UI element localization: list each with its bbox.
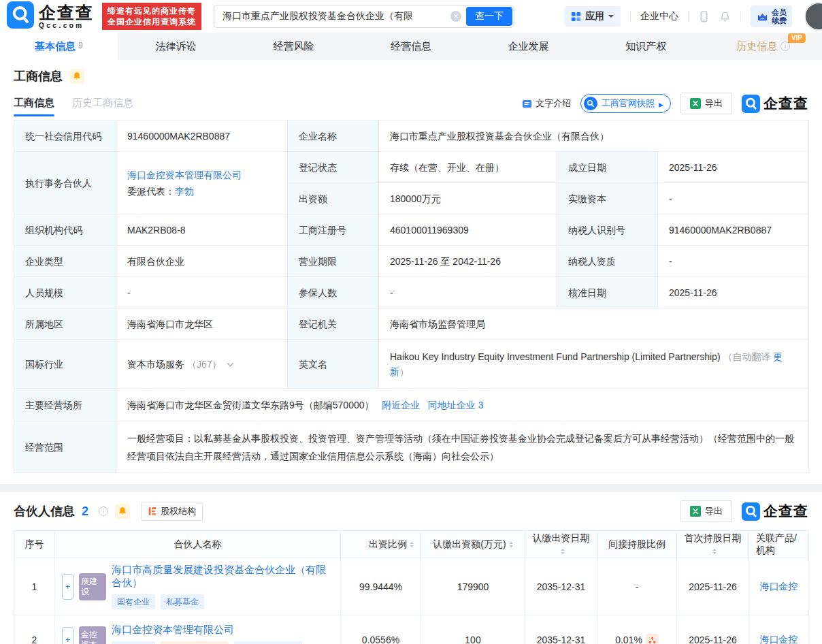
- related-product-link[interactable]: 海口金控: [760, 634, 798, 644]
- col-date-sortable[interactable]: 认缴出资日期: [525, 531, 597, 558]
- member-crown-icon: [756, 10, 769, 23]
- partners-count: 2: [82, 504, 88, 519]
- subtab-history-registration[interactable]: 历史工商信息: [72, 97, 133, 116]
- partner-ratio: 0.0556%: [341, 615, 421, 644]
- tag-state-owned: 国有企业: [112, 641, 155, 644]
- col-indirect-ratio: 间接持股比例: [597, 531, 677, 558]
- business-registration-card: 工商信息 工商信息 历史工商信息 文字介绍 工商官网快照: [0, 60, 822, 473]
- arrow-right-icon: [659, 99, 663, 109]
- partners-bell-icon[interactable]: [115, 504, 130, 519]
- executive-partner-link[interactable]: 海口金控资本管理有限公司: [127, 170, 242, 180]
- partner-indirect: -: [597, 558, 677, 615]
- tab-enterprise-development[interactable]: 企业发展: [470, 33, 587, 60]
- related-product-link[interactable]: 海口金控: [760, 581, 798, 592]
- value-company-type: 有限合伙企业: [116, 246, 288, 277]
- excel-icon: [690, 98, 701, 109]
- partner-indirect-cell: 0.01%: [597, 615, 677, 644]
- qcc-logo-icon: [7, 1, 34, 31]
- partner-name-link[interactable]: 海口市高质量发展建设投资基金合伙企业（有限合伙）: [112, 564, 333, 590]
- expand-row-button[interactable]: [62, 627, 73, 644]
- label-business-term: 营业期限: [288, 246, 379, 277]
- value-english-name: Haikou Key Industry Equity Investment Fu…: [379, 340, 809, 389]
- partner-no: 2: [14, 615, 55, 644]
- subscribe-bell-icon[interactable]: [69, 69, 84, 84]
- partner-avatar[interactable]: 金控资本: [79, 626, 106, 644]
- sort-icon[interactable]: [561, 547, 565, 556]
- value-region: 海南省海口市龙华区: [116, 308, 288, 340]
- partner-amount: 179900: [421, 558, 525, 615]
- partner-date: 2035-12-31: [525, 615, 597, 644]
- partners-card: 合伙人信息 2 股权结构 导出 企查查: [0, 492, 822, 644]
- sort-icon[interactable]: [410, 540, 414, 549]
- text-intro-button[interactable]: 文字介绍: [522, 97, 571, 110]
- expand-row-button[interactable]: [62, 574, 73, 600]
- label-main-address: 主要经营场所: [14, 389, 116, 421]
- col-amount-sortable[interactable]: 认缴出资额(万元): [421, 531, 525, 558]
- label-credit-code: 统一社会信用代码: [14, 120, 116, 152]
- section-title-business-info: 工商信息: [14, 68, 63, 84]
- tab-business-info[interactable]: 经营信息: [352, 33, 470, 60]
- label-capital: 出资额: [288, 183, 379, 214]
- tab-intellectual-property[interactable]: 知识产权: [587, 33, 705, 60]
- label-taxpayer-id: 纳税人识别号: [557, 214, 658, 246]
- equity-structure-button[interactable]: 股权结构: [141, 502, 203, 521]
- enterprise-center-link[interactable]: 企业中心: [640, 10, 678, 22]
- tag-private-fund-manager: 私募基金管理人: [234, 641, 302, 644]
- nearby-companies-link[interactable]: 附近企业: [382, 400, 420, 410]
- clear-search-icon[interactable]: [450, 11, 461, 22]
- official-snapshot-button[interactable]: 工商官网快照: [580, 94, 671, 113]
- col-related: 关联产品/机构: [749, 531, 809, 558]
- value-executive-partner: 海口金控资本管理有限公司 委派代表：李勃: [116, 152, 288, 214]
- qcc-home-logo[interactable]: 企查查 Qcc.com: [7, 1, 94, 31]
- label-established-date: 成立日期: [557, 152, 658, 183]
- tab-history-info[interactable]: 历史信息 VIP: [704, 33, 822, 60]
- col-first-date-sortable[interactable]: 首次持股日期: [677, 531, 749, 558]
- search-button[interactable]: 查一下: [466, 7, 512, 26]
- partner-date: 2035-12-31: [525, 558, 597, 615]
- apps-menu-button[interactable]: 应用: [564, 6, 621, 27]
- value-business-scope: 一般经营项目：以私募基金从事股权投资、投资管理、资产管理等活动（须在中国证券投资…: [116, 421, 809, 473]
- mobile-app-icon[interactable]: [698, 11, 710, 22]
- chevron-down-icon[interactable]: [227, 358, 234, 369]
- tab-operational-risk[interactable]: 经营风险: [235, 33, 352, 60]
- label-org-code: 组织机构代码: [14, 214, 116, 246]
- qcc-watermark-logo: 企查查: [742, 502, 808, 521]
- tab-basic-info-count: 9: [78, 41, 83, 50]
- tab-legal-litigation[interactable]: 法律诉讼: [118, 33, 235, 60]
- partners-export-button[interactable]: 导出: [680, 500, 732, 522]
- export-button[interactable]: 导出: [680, 93, 732, 114]
- partner-ratio: 99.9444%: [341, 558, 421, 615]
- same-address-companies-link[interactable]: 同地址企业 3: [428, 400, 484, 410]
- label-registration-no: 工商注册号: [288, 214, 379, 246]
- col-no: 序号: [14, 531, 55, 558]
- partner-name-link[interactable]: 海口金控资本管理有限公司: [112, 624, 234, 637]
- sort-icon[interactable]: [509, 540, 513, 549]
- apps-grid-icon: [571, 12, 581, 22]
- indirect-share-icon[interactable]: [646, 634, 659, 644]
- label-executive-partner: 执行事务合伙人: [14, 152, 116, 214]
- caret-down-icon: [608, 15, 614, 20]
- value-staff-size: -: [116, 277, 288, 308]
- partner-avatar[interactable]: 展建设: [79, 573, 106, 600]
- section-divider: [0, 484, 822, 492]
- tab-basic-info[interactable]: 基本信息 9: [0, 33, 118, 60]
- partner-row: 1 展建设 海口市高质量发展建设投资基金合伙企业（有限合伙） 国有企业 私募基金: [14, 558, 809, 615]
- label-industry: 国标行业: [14, 340, 116, 389]
- rep-name-link[interactable]: 李勃: [175, 186, 194, 197]
- user-avatar[interactable]: [804, 2, 822, 31]
- apps-label: 应用: [585, 10, 604, 22]
- member-renew-button[interactable]: 会员 续费: [751, 5, 792, 27]
- slogan-line-2: 全国企业信用查询系统: [108, 16, 196, 27]
- snapshot-magnifier-icon: [584, 97, 597, 110]
- label-insured-count: 参保人数: [288, 277, 379, 308]
- notification-bell-icon[interactable]: [719, 11, 731, 22]
- section-title-partners: 合伙人信息: [14, 503, 75, 519]
- partners-info-icon[interactable]: [99, 506, 108, 516]
- col-ratio-sortable[interactable]: 出资比例: [341, 531, 421, 558]
- value-business-term: 2025-11-26 至 2042-11-26: [379, 246, 557, 277]
- sort-icon[interactable]: [712, 547, 717, 556]
- partner-no: 1: [14, 558, 55, 615]
- partners-header-row: 序号 合伙人名称 出资比例 认缴出资额(万元) 认缴出资日期 间接持股比例 首次…: [14, 531, 809, 558]
- excel-icon: [690, 506, 701, 517]
- subtab-current-registration[interactable]: 工商信息: [14, 97, 54, 116]
